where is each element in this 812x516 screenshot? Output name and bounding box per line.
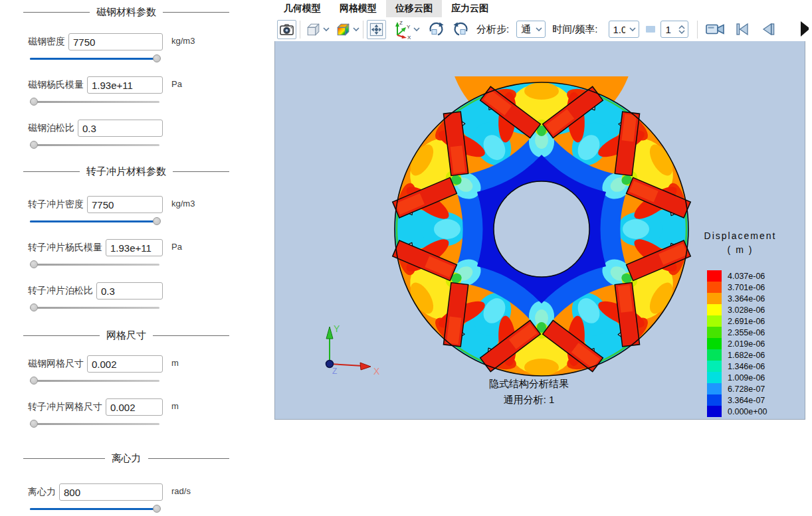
param-row: 磁钢泊松比 <box>28 120 163 137</box>
legend-color-swatch <box>707 394 722 406</box>
axis-x-label: X <box>373 366 380 377</box>
tab-应力云图[interactable]: 应力云图 <box>442 0 498 17</box>
param-input[interactable] <box>59 483 163 501</box>
legend-color-swatch <box>707 315 722 327</box>
param-input[interactable] <box>106 398 163 416</box>
param-input[interactable] <box>68 33 163 50</box>
param-row: 离心力rad/s <box>28 483 163 501</box>
toolbar-separator <box>300 21 300 39</box>
contour-view-button[interactable] <box>334 20 352 39</box>
param-input[interactable] <box>106 239 163 256</box>
param-slider[interactable] <box>30 97 159 106</box>
divider-line <box>153 335 229 336</box>
slider-thumb[interactable] <box>153 505 161 513</box>
viewport-3d[interactable]: Y X Z 隐式结构分析结果 通用分析: 1 Displacement ( m … <box>274 41 805 420</box>
section-header: 磁钢材料参数 <box>23 5 229 19</box>
param-slider[interactable] <box>30 54 159 63</box>
slider-thumb[interactable] <box>30 98 38 106</box>
rotate-cw-button[interactable] <box>427 20 445 39</box>
legend-entry: 1.682e-06 <box>707 349 767 361</box>
rotate-ccw-icon <box>453 21 470 38</box>
chevron-down-icon[interactable] <box>323 27 330 32</box>
param-slider[interactable] <box>30 303 159 312</box>
spinner-arrows-icon[interactable] <box>678 25 685 34</box>
param-unit: m <box>171 401 179 411</box>
tab-网格模型[interactable]: 网格模型 <box>330 0 386 17</box>
slider-track[interactable] <box>30 101 159 103</box>
param-row: 转子冲片密度kg/m3 <box>28 196 163 213</box>
svg-text:X: X <box>407 35 411 39</box>
step-back-button[interactable] <box>759 20 777 39</box>
param-row: 磁钢网格尺寸m <box>28 355 163 373</box>
param-row: 磁钢密度kg/m3 <box>28 33 163 50</box>
param-label: 磁钢泊松比 <box>28 122 74 134</box>
fit-view-button[interactable] <box>367 20 386 39</box>
tab-几何模型[interactable]: 几何模型 <box>274 0 330 17</box>
param-label: 转子冲片杨氏模量 <box>28 242 102 254</box>
param-slider[interactable] <box>30 260 159 269</box>
slider-thumb[interactable] <box>30 303 38 311</box>
slider-thumb[interactable] <box>30 377 38 385</box>
legend-entry: 2.355e-06 <box>707 327 767 338</box>
chevron-down-icon[interactable] <box>353 27 359 32</box>
legend-entry: 3.028e-06 <box>707 304 767 315</box>
record-animation-button[interactable] <box>705 20 726 39</box>
skip-first-icon <box>734 21 750 37</box>
frame-slider[interactable] <box>646 26 655 33</box>
legend-entry: 6.728e-07 <box>707 383 767 394</box>
param-slider[interactable] <box>30 419 159 428</box>
legend-color-swatch <box>707 406 722 417</box>
view-orientation-button[interactable]: Z Y X <box>391 20 413 39</box>
time-frequency-select[interactable]: 1.0 <box>609 21 639 38</box>
param-label: 转子冲片密度 <box>28 199 84 211</box>
legend-color-swatch <box>707 293 722 304</box>
toolbar: Z Y X 分析步: 通 <box>274 17 812 41</box>
frame-spinner[interactable]: 1 <box>660 21 688 38</box>
svg-text:Z: Z <box>399 20 403 26</box>
step-forward-icon <box>799 21 812 38</box>
slider-track[interactable] <box>30 380 159 382</box>
tab-位移云图[interactable]: 位移云图 <box>386 0 442 17</box>
legend-value: 1.682e-06 <box>728 351 765 360</box>
slider-thumb[interactable] <box>30 420 38 428</box>
slider-thumb[interactable] <box>30 260 38 268</box>
slider-fill <box>30 58 154 60</box>
param-slider[interactable] <box>30 504 159 513</box>
legend-entry: 2.691e-06 <box>707 315 767 327</box>
param-input[interactable] <box>87 355 163 373</box>
legend-value: 3.364e-07 <box>728 396 765 405</box>
legend-color-swatch <box>707 282 722 293</box>
param-input[interactable] <box>87 196 163 213</box>
step-forward-button[interactable] <box>799 21 812 38</box>
chevron-down-icon[interactable] <box>413 27 420 32</box>
slider-track[interactable] <box>30 264 159 266</box>
step-back-icon <box>760 21 776 37</box>
param-slider[interactable] <box>30 216 159 226</box>
param-input[interactable] <box>96 282 163 300</box>
skip-first-button[interactable] <box>733 20 752 39</box>
slider-track[interactable] <box>30 144 159 146</box>
param-unit: kg/m3 <box>171 199 195 209</box>
slider-track[interactable] <box>30 423 159 425</box>
rotate-ccw-button[interactable] <box>452 20 470 39</box>
legend-value: 6.728e-07 <box>728 385 765 394</box>
param-slider[interactable] <box>30 376 159 385</box>
legend-value: 3.364e-06 <box>728 294 765 303</box>
axis-triad-icon: Z Y X <box>391 19 413 39</box>
legend-entry: 3.701e-06 <box>707 282 767 293</box>
legend-color-swatch <box>707 327 722 338</box>
wireframe-view-button[interactable] <box>304 20 322 39</box>
param-slider[interactable] <box>30 140 159 149</box>
param-input[interactable] <box>78 120 163 137</box>
slider-thumb[interactable] <box>30 141 38 149</box>
screenshot-button[interactable] <box>277 20 296 39</box>
legend-scale: 4.037e-063.701e-063.364e-063.028e-062.69… <box>707 270 767 417</box>
param-input[interactable] <box>87 76 163 94</box>
legend-entry: 0.000e+00 <box>707 406 767 417</box>
analysis-step-select[interactable]: 通 <box>516 21 546 38</box>
slider-track[interactable] <box>30 307 159 309</box>
legend-value: 1.009e-06 <box>728 373 765 383</box>
slider-thumb[interactable] <box>153 217 161 225</box>
axis-z-label: Z <box>332 367 337 376</box>
slider-thumb[interactable] <box>153 54 161 62</box>
